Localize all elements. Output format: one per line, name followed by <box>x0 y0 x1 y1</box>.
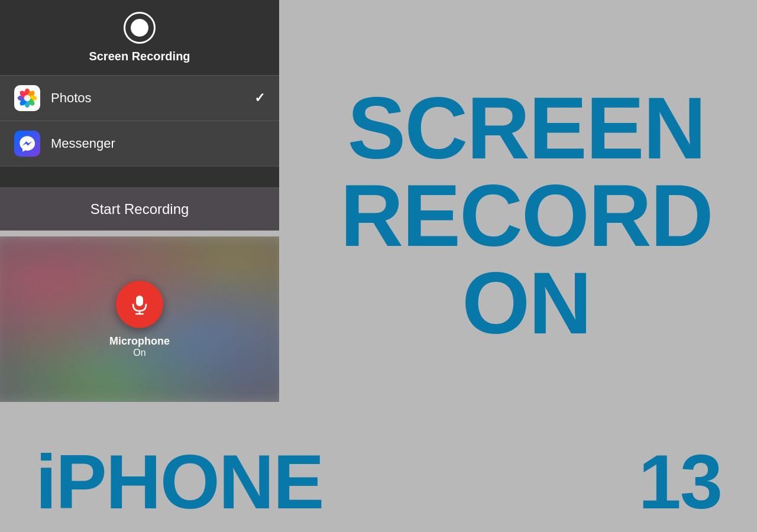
photos-label: Photos <box>51 90 254 106</box>
panel-title: Screen Recording <box>89 50 190 63</box>
microphone-section: Microphone On <box>0 236 279 402</box>
record-inner-dot <box>131 19 148 37</box>
bottom-iphone-label: iPHONE <box>35 437 323 526</box>
bottom-section: iPHONE 13 <box>0 432 757 532</box>
app-list: Photos ✓ Messenger <box>0 75 279 187</box>
microphone-button[interactable] <box>116 281 163 328</box>
start-recording-area[interactable]: Start Recording <box>0 187 279 231</box>
photos-app-icon <box>14 85 40 111</box>
headline-line1: SCREEN <box>348 85 706 172</box>
headline-section: SCREEN RECORD ON <box>296 0 757 432</box>
record-button-ring[interactable] <box>124 12 156 44</box>
headline-line2: RECORD <box>340 172 712 259</box>
list-item-messenger[interactable]: Messenger <box>0 121 279 166</box>
messenger-label: Messenger <box>51 136 265 151</box>
bottom-version-label: 13 <box>638 437 722 526</box>
headline-line3: ON <box>462 259 591 347</box>
partial-list-item <box>0 166 279 187</box>
svg-point-9 <box>24 95 31 102</box>
svg-rect-11 <box>136 296 143 306</box>
messenger-app-icon <box>14 131 40 157</box>
panel-header: Screen Recording <box>0 0 279 75</box>
start-recording-button[interactable]: Start Recording <box>90 201 189 218</box>
photos-checkmark: ✓ <box>254 90 265 106</box>
microphone-status: On <box>133 348 145 358</box>
svg-rect-10 <box>15 132 39 155</box>
microphone-label: Microphone <box>109 335 170 348</box>
list-item-photos[interactable]: Photos ✓ <box>0 75 279 121</box>
